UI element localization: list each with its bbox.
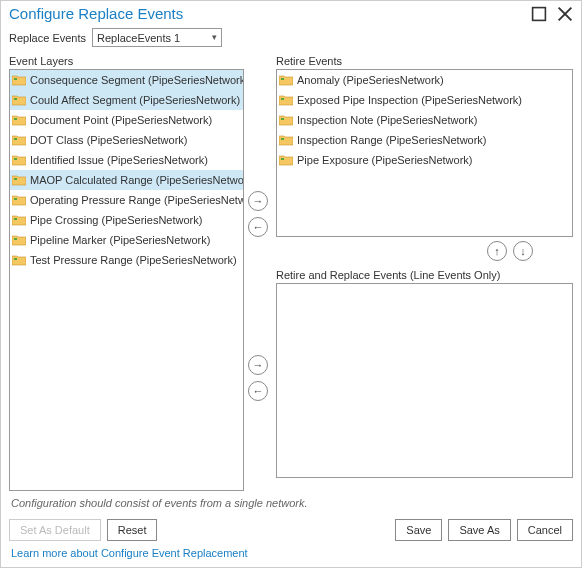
list-item[interactable]: Anomaly (PipeSeriesNetwork) <box>277 70 572 90</box>
list-item[interactable]: Test Pressure Range (PipeSeriesNetwork) <box>10 250 243 270</box>
svg-rect-12 <box>14 258 17 260</box>
list-item-label: Document Point (PipeSeriesNetwork) <box>30 114 212 126</box>
replace-heading: Retire and Replace Events (Line Events O… <box>276 269 573 281</box>
list-item-label: Operating Pressure Range (PipeSeriesNetw… <box>30 194 244 206</box>
layer-icon <box>12 134 26 146</box>
svg-rect-4 <box>14 98 17 100</box>
list-item-label: DOT Class (PipeSeriesNetwork) <box>30 134 188 146</box>
layer-icon <box>12 154 26 166</box>
list-item[interactable]: Document Point (PipeSeriesNetwork) <box>10 110 243 130</box>
layer-icon <box>12 254 26 266</box>
move-to-retire-button[interactable]: → <box>248 191 268 211</box>
layer-icon <box>12 214 26 226</box>
save-as-button[interactable]: Save As <box>448 519 510 541</box>
layer-icon <box>12 114 26 126</box>
set-default-button: Set As Default <box>9 519 101 541</box>
window-title: Configure Replace Events <box>9 5 531 22</box>
close-icon[interactable] <box>557 6 573 22</box>
replace-list[interactable] <box>276 283 573 478</box>
list-item-label: Inspection Range (PipeSeriesNetwork) <box>297 134 487 146</box>
move-to-replace-button[interactable]: → <box>248 355 268 375</box>
layer-icon <box>279 74 293 86</box>
layer-icon <box>279 114 293 126</box>
retire-list[interactable]: Anomaly (PipeSeriesNetwork)Exposed Pipe … <box>276 69 573 237</box>
svg-rect-0 <box>533 7 546 20</box>
list-item-label: Pipeline Marker (PipeSeriesNetwork) <box>30 234 210 246</box>
move-from-replace-button[interactable]: ← <box>248 381 268 401</box>
list-item[interactable]: Inspection Range (PipeSeriesNetwork) <box>277 130 572 150</box>
list-item-label: Test Pressure Range (PipeSeriesNetwork) <box>30 254 237 266</box>
svg-rect-9 <box>14 198 17 200</box>
list-item[interactable]: Operating Pressure Range (PipeSeriesNetw… <box>10 190 243 210</box>
svg-rect-6 <box>14 138 17 140</box>
event-layers-heading: Event Layers <box>9 55 244 67</box>
list-item[interactable]: DOT Class (PipeSeriesNetwork) <box>10 130 243 150</box>
svg-rect-14 <box>281 98 284 100</box>
note: Configuration should consist of events f… <box>1 491 581 515</box>
retire-heading: Retire Events <box>276 55 573 67</box>
svg-rect-10 <box>14 218 17 220</box>
svg-rect-3 <box>14 78 17 80</box>
move-up-button[interactable]: ↑ <box>487 241 507 261</box>
svg-rect-7 <box>14 158 17 160</box>
list-item[interactable]: Could Affect Segment (PipeSeriesNetwork) <box>10 90 243 110</box>
list-item[interactable]: Inspection Note (PipeSeriesNetwork) <box>277 110 572 130</box>
list-item[interactable]: Pipeline Marker (PipeSeriesNetwork) <box>10 230 243 250</box>
chevron-down-icon: ▾ <box>212 32 217 42</box>
window-buttons <box>531 6 573 22</box>
svg-rect-11 <box>14 238 17 240</box>
layer-icon <box>12 194 26 206</box>
learn-more-link[interactable]: Learn more about Configure Event Replace… <box>1 545 581 567</box>
svg-rect-15 <box>281 118 284 120</box>
layer-icon <box>12 234 26 246</box>
svg-rect-13 <box>281 78 284 80</box>
config-row: Replace Events ReplaceEvents 1 ▾ <box>1 24 581 51</box>
transfer-column: → ← → ← <box>248 51 272 491</box>
maximize-icon[interactable] <box>531 6 547 22</box>
list-item-label: Anomaly (PipeSeriesNetwork) <box>297 74 444 86</box>
svg-rect-17 <box>281 158 284 160</box>
list-item-label: Could Affect Segment (PipeSeriesNetwork) <box>30 94 240 106</box>
list-item[interactable]: MAOP Calculated Range (PipeSeriesNetwork… <box>10 170 243 190</box>
main: Event Layers Consequence Segment (PipeSe… <box>1 51 581 491</box>
layer-icon <box>12 174 26 186</box>
save-button[interactable]: Save <box>395 519 442 541</box>
layer-icon <box>12 94 26 106</box>
layer-icon <box>12 74 26 86</box>
list-item[interactable]: Pipe Crossing (PipeSeriesNetwork) <box>10 210 243 230</box>
replace-events-value: ReplaceEvents 1 <box>97 32 180 44</box>
list-item-label: Pipe Exposure (PipeSeriesNetwork) <box>297 154 472 166</box>
list-item-label: Identified Issue (PipeSeriesNetwork) <box>30 154 208 166</box>
list-item-label: MAOP Calculated Range (PipeSeriesNetwork… <box>30 174 244 186</box>
svg-rect-16 <box>281 138 284 140</box>
layer-icon <box>279 94 293 106</box>
replace-events-select[interactable]: ReplaceEvents 1 ▾ <box>92 28 222 47</box>
layer-icon <box>279 134 293 146</box>
move-down-button[interactable]: ↓ <box>513 241 533 261</box>
list-item[interactable]: Identified Issue (PipeSeriesNetwork) <box>10 150 243 170</box>
reset-button[interactable]: Reset <box>107 519 158 541</box>
list-item-label: Exposed Pipe Inspection (PipeSeriesNetwo… <box>297 94 522 106</box>
event-layers-list[interactable]: Consequence Segment (PipeSeriesNetwork)C… <box>9 69 244 491</box>
list-item-label: Inspection Note (PipeSeriesNetwork) <box>297 114 477 126</box>
button-row: Set As Default Reset Save Save As Cancel <box>1 515 581 545</box>
svg-rect-5 <box>14 118 17 120</box>
svg-rect-8 <box>14 178 17 180</box>
list-item[interactable]: Pipe Exposure (PipeSeriesNetwork) <box>277 150 572 170</box>
list-item[interactable]: Exposed Pipe Inspection (PipeSeriesNetwo… <box>277 90 572 110</box>
window: Configure Replace Events Replace Events … <box>0 0 582 568</box>
cancel-button[interactable]: Cancel <box>517 519 573 541</box>
list-item[interactable]: Consequence Segment (PipeSeriesNetwork) <box>10 70 243 90</box>
titlebar: Configure Replace Events <box>1 1 581 24</box>
replace-events-label: Replace Events <box>9 32 86 44</box>
right-column: Retire Events Anomaly (PipeSeriesNetwork… <box>276 51 573 491</box>
list-item-label: Consequence Segment (PipeSeriesNetwork) <box>30 74 244 86</box>
event-layers-column: Event Layers Consequence Segment (PipeSe… <box>9 51 244 491</box>
reorder-controls: ↑ ↓ <box>276 237 573 265</box>
layer-icon <box>279 154 293 166</box>
list-item-label: Pipe Crossing (PipeSeriesNetwork) <box>30 214 202 226</box>
move-from-retire-button[interactable]: ← <box>248 217 268 237</box>
